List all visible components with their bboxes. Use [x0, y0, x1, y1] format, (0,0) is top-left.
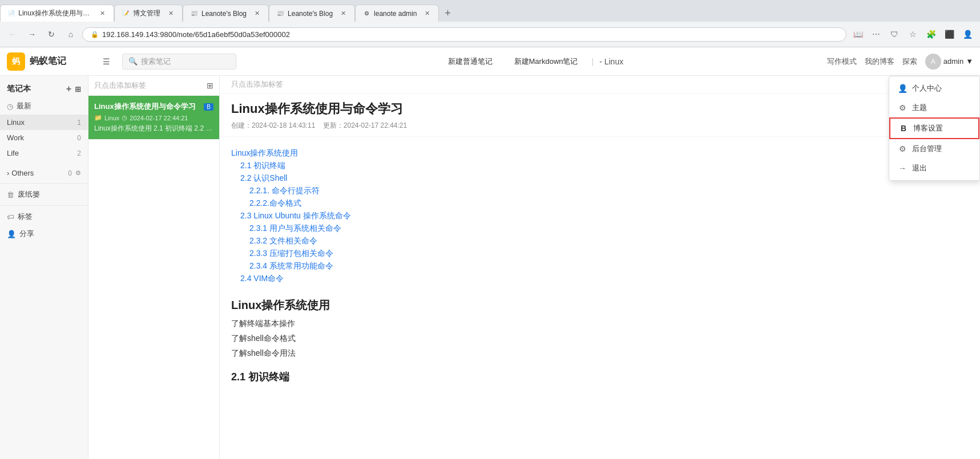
- new-note-button[interactable]: 新建普通笔记: [440, 53, 501, 70]
- note-notebook-icon: 📁: [94, 114, 102, 121]
- logo-icon: 蚂: [7, 52, 25, 71]
- home-button[interactable]: ⌂: [63, 26, 79, 42]
- main-content: 只点击添加标签 ✏ Linux操作系统使用与命令学习 创建：2024-02-18…: [220, 76, 980, 459]
- content-title: Linux操作系统使用与命令学习: [231, 100, 969, 117]
- paragraph-2: 了解shell命令格式: [231, 334, 969, 344]
- note-list: 只点击添加标签 ⊞ Linux操作系统使用与命令学习 B 📁 Linux ◷ 2…: [88, 76, 220, 459]
- new-tab-button[interactable]: +: [439, 5, 456, 22]
- toc-link-10[interactable]: 2.4 VIM命令: [240, 274, 969, 284]
- sidebar-divider-2: [0, 205, 88, 206]
- dropdown-logout[interactable]: → 退出: [889, 159, 979, 178]
- tab-title-2: 博文管理: [133, 9, 160, 18]
- tab-close-3[interactable]: ✕: [252, 9, 261, 18]
- toc-section: Linux操作系统使用 2.1 初识终端 2.2 认识Shell 2.2.1. …: [231, 148, 969, 284]
- sidebar-item-recent[interactable]: ◷ 最新: [0, 98, 88, 115]
- tab-4[interactable]: 📰 Leanote's Blog ✕: [269, 5, 355, 22]
- tab-title-4: Leanote's Blog: [288, 10, 333, 18]
- chevron-right-icon: ›: [7, 169, 9, 177]
- note-list-grid-icon[interactable]: ⊞: [207, 81, 213, 90]
- admin-dropdown[interactable]: A admin ▼: [925, 54, 973, 70]
- tab-favicon-3: 📰: [190, 10, 198, 18]
- tab-5[interactable]: ⚙ leanote admin ✕: [355, 5, 439, 22]
- tab-active[interactable]: 📄 Linux操作系统使用与命令 ✕: [0, 5, 114, 22]
- tab-2[interactable]: 📝 博文管理 ✕: [114, 5, 183, 22]
- toc-link-9[interactable]: 2.3.4 系统常用功能命令: [249, 261, 969, 271]
- sidebar-item-share[interactable]: 👤 分享: [0, 225, 88, 242]
- reader-mode-button[interactable]: 📖: [850, 26, 866, 42]
- gear-icon: ⚙: [897, 103, 908, 112]
- note-item-meta: 📁 Linux ◷ 2024-02-17 22:44:21: [94, 114, 213, 121]
- grid-view-button[interactable]: ⊞: [75, 85, 81, 94]
- bookmark-button[interactable]: ☆: [905, 26, 921, 42]
- toc-link-7[interactable]: 2.3.2 文件相关命令: [249, 236, 969, 246]
- tab-close-4[interactable]: ✕: [338, 9, 348, 18]
- logo-text: 蚂蚁笔记: [30, 55, 66, 67]
- sidebar-life-count: 2: [77, 149, 81, 157]
- tab-close-5[interactable]: ✕: [422, 9, 431, 18]
- browser-chrome: 📄 Linux操作系统使用与命令 ✕ 📝 博文管理 ✕ 📰 Leanote's …: [0, 0, 980, 47]
- search-bar[interactable]: 🔍 搜索笔记: [122, 54, 236, 70]
- toc-link-3[interactable]: 2.2.1. 命令行提示符: [249, 186, 969, 196]
- dropdown-personal-label: 个人中心: [912, 83, 942, 94]
- toc-link-0[interactable]: Linux操作系统使用: [231, 148, 969, 159]
- tab-favicon-1: 📄: [7, 9, 15, 17]
- address-bar: ← → ↻ ⌂ 🔒 192.168.149.143:9800/note/65d1…: [0, 22, 980, 47]
- sidebar-tags-label: 标签: [18, 212, 81, 222]
- toc-link-5[interactable]: 2.3 Linux Ubuntu 操作系统命令: [240, 211, 969, 221]
- note-item-linux[interactable]: Linux操作系统使用与命令学习 B 📁 Linux ◷ 2024-02-17 …: [88, 96, 219, 140]
- sidebar-item-others[interactable]: › Others 0 ⚙: [0, 165, 88, 181]
- shield-button[interactable]: 🛡: [886, 26, 902, 42]
- more-menu-button[interactable]: ⋯: [868, 26, 884, 42]
- created-label: 创建：2024-02-18 14:43:11: [231, 121, 315, 129]
- note-date: 2024-02-17 22:44:21: [130, 115, 188, 121]
- sidebar-item-tags[interactable]: 🏷 标签: [0, 208, 88, 225]
- profile-button[interactable]: 👤: [959, 26, 975, 42]
- sync-button[interactable]: ⬛: [941, 26, 957, 42]
- toc-link-8[interactable]: 2.3.3 压缩打包相关命令: [249, 249, 969, 259]
- content-tag-bar[interactable]: 只点击添加标签: [220, 76, 980, 94]
- toc-link-1[interactable]: 2.1 初识终端: [240, 161, 969, 171]
- menu-toggle-button[interactable]: ☰: [98, 54, 114, 70]
- topbar-center: 新建普通笔记 新建Markdown笔记 | - Linux: [242, 53, 821, 70]
- paragraph-1: 了解终端基本操作: [231, 319, 969, 329]
- logout-icon: →: [897, 164, 908, 173]
- note-list-header: 只点击添加标签 ⊞: [88, 76, 219, 96]
- search-icon: 🔍: [128, 57, 138, 66]
- tab-close-2[interactable]: ✕: [166, 9, 175, 18]
- toc-link-2[interactable]: 2.2 认识Shell: [240, 173, 969, 184]
- back-button[interactable]: ←: [5, 26, 21, 42]
- dropdown-backend[interactable]: ⚙ 后台管理: [889, 139, 979, 159]
- explore-button[interactable]: 探索: [902, 56, 917, 67]
- my-blog-button[interactable]: 我的博客: [865, 56, 894, 67]
- dropdown-personal-center[interactable]: 👤 个人中心: [889, 79, 979, 98]
- tab-bar: 📄 Linux操作系统使用与命令 ✕ 📝 博文管理 ✕ 📰 Leanote's …: [0, 0, 980, 22]
- sidebar-item-linux[interactable]: Linux 1: [0, 115, 88, 130]
- url-text: 192.168.149.143:9800/note/65d1a6ebf50d0a…: [102, 30, 838, 39]
- dropdown-theme[interactable]: ⚙ 主题: [889, 98, 979, 117]
- app-topbar: 蚂 蚂蚁笔记 ☰ 🔍 搜索笔记 新建普通笔记 新建Markdown笔记 | - …: [0, 47, 980, 76]
- new-markdown-button[interactable]: 新建Markdown笔记: [506, 53, 586, 70]
- extensions-button[interactable]: 🧩: [923, 26, 939, 42]
- app-logo: 蚂 蚂蚁笔记: [7, 52, 92, 71]
- add-notebook-button[interactable]: +: [66, 84, 71, 94]
- tab-favicon-5: ⚙: [362, 10, 370, 18]
- browser-actions: 📖 ⋯ 🛡 ☆ 🧩 ⬛ 👤: [850, 26, 975, 42]
- paragraph-3: 了解shell命令用法: [231, 348, 969, 359]
- sidebar-item-work[interactable]: Work 0: [0, 130, 88, 145]
- write-mode-button[interactable]: 写作模式: [827, 56, 857, 67]
- sidebar-others-label: Others: [11, 169, 34, 177]
- refresh-button[interactable]: ↻: [43, 26, 59, 42]
- url-bar[interactable]: 🔒 192.168.149.143:9800/note/65d1a6ebf50d…: [82, 27, 846, 42]
- tab-3[interactable]: 📰 Leanote's Blog ✕: [183, 5, 269, 22]
- topbar-right: 写作模式 我的博客 探索 A admin ▼: [827, 54, 973, 70]
- url-icon: 🔒: [91, 31, 99, 38]
- others-settings-icon[interactable]: ⚙: [75, 169, 81, 177]
- toc-link-4[interactable]: 2.2.2.命令格式: [249, 198, 969, 209]
- toc-link-6[interactable]: 2.3.1 用户与系统相关命令: [249, 224, 969, 234]
- tab-close-1[interactable]: ✕: [98, 9, 107, 18]
- sidebar-item-trash[interactable]: 🗑 废纸篓: [0, 186, 88, 203]
- dropdown-blog-settings[interactable]: B 博客设置: [889, 117, 979, 139]
- sidebar-divider: [0, 183, 88, 184]
- forward-button[interactable]: →: [24, 26, 40, 42]
- sidebar-item-life[interactable]: Life 2: [0, 145, 88, 161]
